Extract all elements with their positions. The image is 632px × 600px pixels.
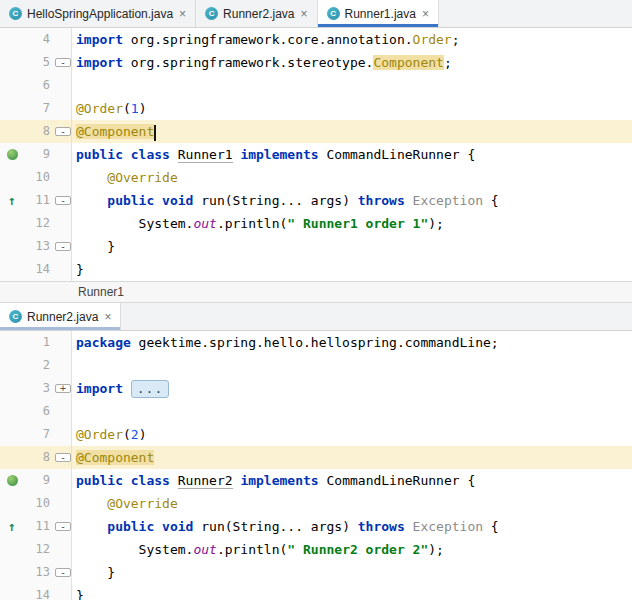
code-text: } [72, 584, 84, 600]
editor-runner1[interactable]: 4import org.springframework.core.annotat… [0, 28, 632, 281]
line-number: 11 [20, 189, 55, 212]
code-text: } [72, 258, 84, 281]
fold-marker-icon[interactable]: - [55, 242, 71, 251]
implements-method-icon[interactable]: ↑ [4, 515, 20, 538]
tab-label: HelloSpringApplication.java [27, 7, 173, 21]
line-number: 9 [20, 469, 55, 492]
gutter-spacer [4, 166, 20, 189]
java-class-icon [327, 7, 340, 20]
line-number: 6 [20, 74, 55, 97]
code-line[interactable]: 7@Order(1) [0, 97, 632, 120]
gutter-spacer [4, 354, 20, 377]
code-line[interactable]: 10 @Override [0, 166, 632, 189]
gutter-spacer [4, 51, 20, 74]
editor-gutter: 14 [0, 258, 72, 281]
fold-marker-icon[interactable]: - [55, 522, 71, 531]
fold-marker-icon[interactable]: - [55, 568, 71, 577]
line-number: 13 [20, 235, 55, 258]
code-line[interactable]: 6 [0, 400, 632, 423]
editor-runner2[interactable]: 1package geektime.spring.hello.hellospri… [0, 331, 632, 600]
code-line[interactable]: 3+import ... [0, 377, 632, 400]
close-tab-icon[interactable]: × [301, 8, 308, 20]
code-line[interactable]: 9public class Runner1 implements Command… [0, 143, 632, 166]
code-line[interactable]: 7@Order(2) [0, 423, 632, 446]
tab-hellospringapplication-java[interactable]: HelloSpringApplication.java × [0, 0, 196, 27]
gutter-spacer [4, 400, 20, 423]
code-line[interactable]: 12 System.out.println(" Runner1 order 1"… [0, 212, 632, 235]
code-line[interactable]: 1package geektime.spring.hello.hellospri… [0, 331, 632, 354]
gutter-spacer [4, 212, 20, 235]
tab-label: Runner1.java [345, 7, 416, 21]
editor-gutter: 9 [0, 143, 72, 166]
code-line[interactable]: 13- } [0, 235, 632, 258]
tab-runner1-java[interactable]: Runner1.java × [318, 0, 439, 27]
bottom-tab-bar: Runner2.java × [0, 303, 632, 331]
line-number: 4 [20, 28, 55, 51]
gutter-spacer [4, 120, 20, 143]
line-number: 3 [20, 377, 55, 400]
code-line[interactable]: 5-import org.springframework.stereotype.… [0, 51, 632, 74]
fold-marker-icon[interactable]: - [55, 127, 71, 136]
gutter-spacer [4, 28, 20, 51]
code-text: package geektime.spring.hello.hellosprin… [72, 331, 499, 354]
gutter-spacer [4, 446, 20, 469]
code-text: public class Runner1 implements CommandL… [72, 143, 475, 166]
text-caret [154, 125, 156, 141]
fold-marker-icon[interactable]: - [55, 196, 71, 205]
spring-bean-icon[interactable] [4, 143, 20, 166]
code-line[interactable]: ↑11- public void run(String... args) thr… [0, 515, 632, 538]
code-text: import org.springframework.stereotype.Co… [72, 51, 452, 74]
close-tab-icon[interactable]: × [422, 8, 429, 20]
code-line[interactable]: 9public class Runner2 implements Command… [0, 469, 632, 492]
editor-gutter: 12 [0, 212, 72, 235]
code-text: public void run(String... args) throws E… [72, 515, 499, 538]
editor-gutter: 1 [0, 331, 72, 354]
editor-gutter: 14 [0, 584, 72, 600]
code-text: public void run(String... args) throws E… [72, 189, 499, 212]
code-line[interactable]: 14} [0, 584, 632, 600]
line-number: 5 [20, 51, 55, 74]
close-tab-icon[interactable]: × [179, 8, 186, 20]
tab-runner2-java-bottom[interactable]: Runner2.java × [0, 303, 121, 330]
editor-gutter: 8- [0, 120, 72, 143]
code-line[interactable]: 6 [0, 74, 632, 97]
folded-code-chip[interactable]: ... [131, 380, 169, 398]
editor-gutter: 6 [0, 400, 72, 423]
code-line[interactable]: 2 [0, 354, 632, 377]
code-line[interactable]: 8-@Component [0, 446, 632, 469]
line-number: 11 [20, 515, 55, 538]
code-text: System.out.println(" Runner2 order 2"); [72, 538, 444, 561]
code-line[interactable]: 14} [0, 258, 632, 281]
line-number: 14 [20, 584, 55, 600]
line-number: 6 [20, 400, 55, 423]
code-line[interactable]: 4import org.springframework.core.annotat… [0, 28, 632, 51]
code-line[interactable]: 12 System.out.println(" Runner2 order 2"… [0, 538, 632, 561]
code-line[interactable]: 13- } [0, 561, 632, 584]
editor-gutter: 10 [0, 166, 72, 189]
editor-gutter: 5- [0, 51, 72, 74]
editor-gutter: 10 [0, 492, 72, 515]
line-number: 7 [20, 97, 55, 120]
tab-label: Runner2.java [223, 7, 294, 21]
spring-bean-icon[interactable] [4, 469, 20, 492]
fold-marker-icon[interactable]: - [55, 453, 71, 462]
gutter-spacer [4, 584, 20, 600]
gutter-spacer [4, 74, 20, 97]
code-line[interactable]: 10 @Override [0, 492, 632, 515]
code-line[interactable]: 8-@Component [0, 120, 632, 143]
fold-marker-icon[interactable]: + [55, 384, 71, 393]
code-text [72, 400, 76, 423]
code-line[interactable]: ↑11- public void run(String... args) thr… [0, 189, 632, 212]
close-tab-icon[interactable]: × [104, 311, 111, 323]
breadcrumb-item-runner1[interactable]: Runner1 [78, 285, 124, 299]
editor-gutter: ↑11- [0, 189, 72, 212]
code-text [72, 74, 76, 97]
tab-runner2-java[interactable]: Runner2.java × [196, 0, 317, 27]
gutter-spacer [4, 235, 20, 258]
code-text: import ... [72, 377, 169, 400]
java-class-icon [9, 310, 22, 323]
fold-marker-icon[interactable]: - [55, 58, 71, 67]
code-text: @Component [72, 446, 154, 469]
java-class-icon [9, 7, 22, 20]
implements-method-icon[interactable]: ↑ [4, 189, 20, 212]
